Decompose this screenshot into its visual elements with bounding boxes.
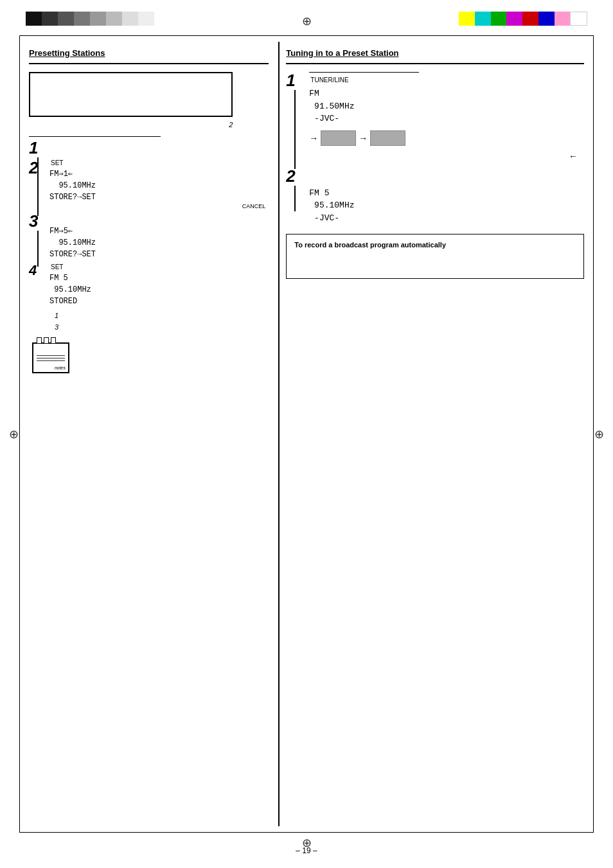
arrow-box-left bbox=[321, 130, 356, 146]
notes-box: notes bbox=[32, 342, 69, 373]
step-2-vline bbox=[37, 177, 39, 216]
left-section-divider bbox=[29, 63, 269, 64]
sub-num-3: 3 bbox=[55, 322, 269, 333]
swatch-3 bbox=[58, 12, 74, 26]
arrow-left-icon: ← bbox=[569, 151, 578, 161]
right-step-1-number: 1 bbox=[286, 72, 304, 89]
right-column: Tuning in to a Preset Station 1 TUNER/LI… bbox=[278, 42, 587, 826]
step-3-vline bbox=[37, 231, 39, 267]
right-step1-divider bbox=[309, 72, 419, 73]
swatch-cyan bbox=[475, 12, 491, 26]
swatch-green bbox=[491, 12, 507, 26]
step-4-number: 4 bbox=[29, 263, 47, 278]
notes-text: notes bbox=[55, 366, 66, 370]
notes-icon-container: notes bbox=[32, 342, 269, 373]
step-4-label: SET bbox=[51, 263, 269, 270]
swatch-red bbox=[522, 12, 538, 26]
swatch-1 bbox=[26, 12, 42, 26]
right-crosshair: ⊕ bbox=[594, 427, 604, 441]
color-bar-right bbox=[459, 12, 587, 26]
step-1-number: 1 bbox=[29, 139, 47, 156]
swatch-white bbox=[570, 12, 587, 26]
cancel-label: CANCEL bbox=[49, 203, 265, 209]
left-crosshair: ⊕ bbox=[9, 427, 19, 441]
arrow-diagram: → → bbox=[309, 130, 584, 146]
step-3-display: FM⇒5⇐ 95.10MHz STORE?→SET bbox=[49, 226, 269, 260]
initial-display-box bbox=[29, 72, 233, 117]
border-left bbox=[19, 35, 20, 833]
right-section-title: Tuning in to a Preset Station bbox=[286, 48, 584, 58]
step-2-indicator: 2 bbox=[29, 121, 233, 128]
swatch-blue bbox=[538, 12, 555, 26]
swatch-yellow bbox=[459, 12, 475, 26]
left-column: Presetting Stations 2 1 2 SET FM⇒1⇐ bbox=[26, 42, 278, 826]
main-content: Presetting Stations 2 1 2 SET FM⇒1⇐ bbox=[26, 42, 587, 826]
top-crosshair: ⊕ bbox=[302, 14, 312, 28]
steps-group: 1 2 SET FM⇒1⇐ 95.10MHz STORE?→SET CANCEL bbox=[29, 136, 269, 333]
arrow-right-2-icon: → bbox=[359, 133, 368, 143]
sub-numbers: 1 3 bbox=[55, 310, 269, 333]
info-box: To record a broadcast program automatica… bbox=[286, 234, 584, 279]
sub-num-1: 1 bbox=[55, 310, 269, 322]
page-number: – 19 – bbox=[296, 846, 317, 855]
swatch-7 bbox=[122, 12, 138, 26]
info-box-text: To record a broadcast program automatica… bbox=[294, 241, 446, 249]
tuner-label: TUNER/LINE bbox=[310, 76, 584, 84]
right-step2-vline bbox=[294, 186, 296, 212]
step-line-divider bbox=[29, 136, 161, 137]
swatch-6 bbox=[106, 12, 122, 26]
right-step-2-number: 2 bbox=[286, 168, 304, 184]
border-right bbox=[593, 35, 594, 833]
right-step2-display: FM 5 95.10MHz -JVC- bbox=[309, 187, 584, 225]
arrow-box-right bbox=[370, 130, 405, 146]
right-section-divider bbox=[286, 63, 584, 64]
step-4-display: FM 5 95.10MHz STORED bbox=[49, 272, 269, 307]
right-step1-display: FM 91.50MHz -JVC- bbox=[309, 87, 584, 125]
border-bottom bbox=[19, 832, 594, 833]
swatch-2 bbox=[42, 12, 58, 26]
left-section-title: Presetting Stations bbox=[29, 48, 269, 58]
swatch-8 bbox=[138, 12, 154, 26]
step-2-label: SET bbox=[51, 159, 269, 166]
border-top bbox=[19, 35, 594, 36]
step-2-number: 2 bbox=[29, 159, 47, 176]
step-2-display: FM⇒1⇐ 95.10MHz STORE?→SET bbox=[49, 168, 269, 203]
swatch-5 bbox=[90, 12, 106, 26]
swatch-pink bbox=[555, 12, 571, 26]
arrow-right-icon: → bbox=[309, 133, 318, 143]
color-bar-left bbox=[26, 12, 154, 26]
step-3-number: 3 bbox=[29, 213, 47, 229]
right-step1-vline bbox=[294, 90, 296, 169]
swatch-4 bbox=[74, 12, 90, 26]
swatch-magenta bbox=[506, 12, 522, 26]
